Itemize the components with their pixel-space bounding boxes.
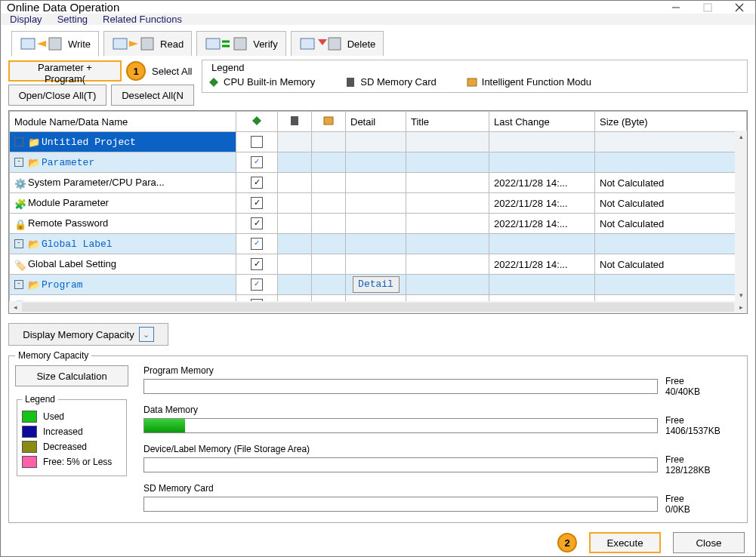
checkbox[interactable] [251,177,263,189]
svg-rect-19 [467,78,477,86]
write-icon [20,35,63,52]
col-name[interactable]: Module Name/Data Name [10,112,236,132]
menu-display[interactable]: Display [10,14,42,25]
horizontal-scrollbar[interactable]: ◂▸ [9,301,747,313]
tab-read-label: Read [160,38,184,50]
memory-capacity: Memory Capacity Size Calculation Legend … [8,350,748,523]
callout-2: 2 [557,533,577,552]
scroll-up-icon[interactable]: ▴ [735,131,747,143]
close-button[interactable] [724,1,755,14]
legend-sd: SD Memory Card [345,76,436,88]
svg-rect-13 [234,38,246,50]
svg-marker-17 [209,78,218,87]
checkbox[interactable] [251,156,263,168]
tab-write[interactable]: Write [11,31,99,57]
folder-icon: 📂 [28,238,39,249]
folder-icon: 📂 [28,157,39,168]
memory-capacity-title: Memory Capacity [15,350,91,361]
svg-rect-10 [206,38,220,49]
svg-rect-18 [347,78,354,87]
delete-icon [299,35,343,52]
scroll-down-icon[interactable]: ▾ [735,289,747,301]
checkbox[interactable] [251,299,263,301]
vertical-scrollbar[interactable]: ▴▾ [735,131,747,301]
size-calculation-button[interactable]: Size Calculation [15,365,128,386]
read-icon [112,35,156,52]
bar-data-memory: Data Memory Free1406/1537KB [143,405,741,436]
row-sys-param[interactable]: ⚙️System Parameter/CPU Para... 2022/11/2… [10,173,747,193]
svg-rect-4 [21,38,35,49]
row-parameter[interactable]: -📂Parameter [10,152,747,173]
lock-icon: 🔒 [14,219,25,229]
row-main[interactable]: 📄MAIN 2022/11/28 14:Not Calculated [10,295,747,302]
chevron-down-icon: ⌄ [139,327,154,342]
display-memory-capacity-toggle[interactable]: Display Memory Capacity ⌄ [8,323,168,346]
row-project[interactable]: -📁Untitled Project [10,132,747,152]
row-remote-pw[interactable]: 🔒Remote Password 2022/11/28 14:...Not Ca… [10,214,747,234]
execute-button[interactable]: Execute [589,532,661,553]
svg-rect-9 [141,38,153,50]
collapse-icon[interactable]: - [14,158,23,167]
tab-verify[interactable]: Verify [196,31,286,56]
col-last[interactable]: Last Change [489,112,595,132]
collapse-icon[interactable]: - [14,239,23,248]
content: Write Read Verify Delete Parameter + Pro… [1,25,755,557]
row-program[interactable]: -📂Program Detail [10,275,747,295]
minimize-button[interactable] [660,1,692,14]
bar-program-memory: Program Memory Free40/40KB [143,365,741,397]
scroll-track[interactable] [22,303,734,312]
col-size[interactable]: Size (Byte) [595,112,747,132]
col-title[interactable]: Title [406,112,489,132]
col-cpu-icon[interactable] [236,112,278,132]
select-all-button[interactable]: Select All [150,60,193,82]
menu-related[interactable]: Related Functions [103,14,182,25]
grid-header: Module Name/Data Name Detail Title Last … [10,112,747,132]
data-grid: Module Name/Data Name Detail Title Last … [8,110,748,314]
verify-icon [205,35,248,52]
tab-verify-label: Verify [253,38,278,50]
col-sd-icon[interactable] [278,112,312,132]
menu-setting[interactable]: Setting [57,14,88,25]
checkbox[interactable] [251,238,263,250]
project-icon: 📁 [28,137,39,147]
svg-marker-8 [129,41,138,47]
tab-delete[interactable]: Delete [291,31,384,56]
label-icon: 🏷️ [14,260,25,270]
row-global-label[interactable]: -📂Global Label [10,234,747,254]
scroll-right-icon[interactable]: ▸ [735,303,747,311]
mem-legend-title: Legend [22,394,58,405]
svg-rect-14 [301,38,314,49]
checkbox[interactable] [251,197,263,209]
module-icon: 🧩 [14,198,25,209]
col-module-icon[interactable] [312,112,346,132]
window: Online Data Operation Display Setting Re… [0,0,756,557]
checkbox[interactable] [251,258,263,270]
row-module-param[interactable]: 🧩Module Parameter 2022/11/28 14:...Not C… [10,193,747,214]
open-close-all-button[interactable]: Open/Close All(T) [8,85,106,106]
maximize-button[interactable] [692,1,724,14]
disclosure-label: Display Memory Capacity [23,329,134,340]
collapse-icon[interactable]: - [14,137,23,146]
checkbox[interactable] [251,136,263,148]
row-global-label-setting[interactable]: 🏷️Global Label Setting 2022/11/28 14:...… [10,254,747,275]
close-dialog-button[interactable]: Close [673,532,745,553]
folder-icon: 📂 [28,279,39,290]
checkbox[interactable] [251,278,263,291]
collapse-icon[interactable]: - [14,280,23,289]
svg-rect-1 [704,4,711,11]
tab-read[interactable]: Read [103,31,192,56]
col-detail[interactable]: Detail [346,112,406,132]
window-title: Online Data Operation [7,1,660,14]
sd-card-icon [345,77,356,88]
deselect-all-button[interactable]: Deselect All(N [111,85,194,106]
scroll-left-icon[interactable]: ◂ [9,303,21,311]
parameter-program-button[interactable]: Parameter + Program( [8,60,122,82]
checkbox[interactable] [251,217,263,229]
svg-rect-6 [49,38,61,50]
tab-write-label: Write [68,38,91,50]
legend-free5: Free: 5% or Less [22,456,122,468]
detail-button[interactable]: Detail [353,276,400,293]
svg-marker-20 [252,116,261,125]
legend-used: Used [22,411,122,423]
legend-increased: Increased [22,426,122,438]
